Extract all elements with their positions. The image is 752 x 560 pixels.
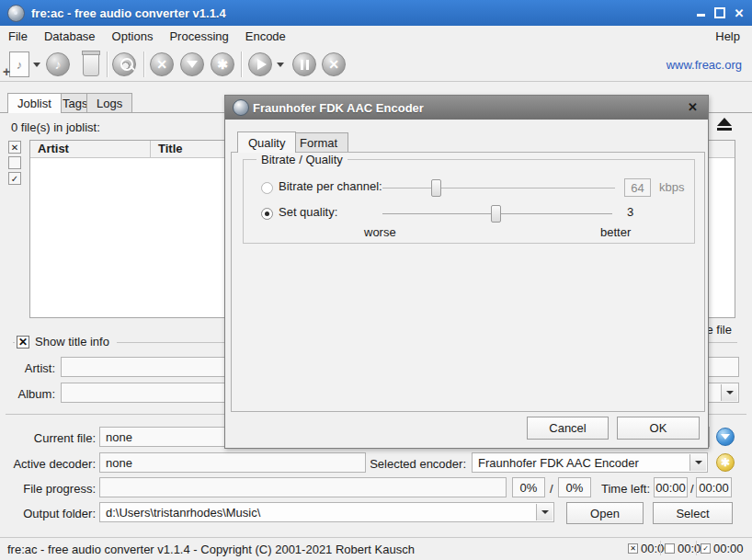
selected-encoder-combo[interactable]: Fraunhofer FDK AAC Encoder — [472, 452, 708, 473]
quality-label: Set quality: — [279, 205, 337, 219]
album-dropdown-icon[interactable] — [721, 384, 737, 401]
file-progress-label: File progress: — [4, 482, 96, 496]
time-left-file: 00:00 — [654, 477, 688, 497]
dialog-title: Fraunhofer FDK AAC Encoder — [253, 101, 424, 115]
encoder-dropdown-icon[interactable] — [689, 454, 706, 471]
scale-better-label: better — [600, 225, 631, 239]
menu-database[interactable]: Database — [36, 26, 104, 46]
menu-processing[interactable]: Processing — [161, 26, 236, 46]
menu-bar: File Database Options Processing Encode … — [0, 26, 752, 46]
general-settings-icon[interactable]: ✕ — [150, 52, 174, 76]
output-folder-label: Output folder: — [4, 507, 96, 520]
bitrate-label: Bitrate per channel: — [279, 179, 382, 193]
output-folder-combo[interactable]: d:\Users\tristanrhodes\Music\ — [99, 502, 554, 522]
window-title: fre:ac - free audio converter v1.1.4 — [31, 6, 226, 20]
manage-joblist-icon[interactable]: ♪ — [46, 52, 70, 76]
ok-button[interactable]: OK — [617, 417, 700, 440]
show-title-info-toggle[interactable]: ✕ Show title info — [15, 335, 117, 349]
status-text: fre:ac - free audio converter v1.1.4 - C… — [0, 543, 415, 556]
select-button[interactable]: Select — [653, 502, 733, 524]
joblist-count: 0 file(s) in joblist: — [11, 120, 100, 134]
freac-website-link[interactable]: www.freac.org — [667, 58, 742, 72]
tab-joblist[interactable]: Joblist — [7, 93, 62, 113]
select-none-button[interactable] — [8, 156, 21, 169]
close-button[interactable]: ✕ — [734, 7, 745, 18]
artist-label: Artist: — [4, 361, 55, 375]
tab-logs[interactable]: Logs — [86, 93, 132, 112]
start-encoding-dropdown-icon[interactable] — [277, 63, 284, 67]
encoder-settings-icon[interactable]: ✱ — [211, 52, 234, 76]
show-title-info-checkbox[interactable]: ✕ — [17, 336, 29, 349]
quality-slider-thumb[interactable] — [491, 205, 501, 223]
minimize-button[interactable] — [695, 7, 706, 18]
rip-cd-lookup-icon[interactable] — [112, 52, 136, 76]
eject-disc-icon[interactable] — [717, 118, 734, 134]
scale-worse-label: worse — [364, 225, 396, 239]
add-files-plus-icon: + — [3, 64, 10, 79]
quality-slider[interactable] — [382, 213, 612, 214]
empty-box-icon — [665, 543, 675, 554]
start-encoding-icon[interactable] — [248, 52, 272, 76]
menu-options[interactable]: Options — [104, 26, 162, 46]
add-files-dropdown-icon[interactable] — [33, 63, 40, 67]
active-decoder-label: Active decoder: — [4, 457, 96, 471]
bitrate-unit: kbps — [659, 180, 684, 194]
quality-radio[interactable] — [261, 208, 273, 220]
dialog-tab-quality[interactable]: Quality — [237, 131, 296, 153]
total-progress-percent: 0% — [558, 477, 591, 497]
maximize-button[interactable] — [714, 7, 725, 18]
encoder-config-icon[interactable]: ✱ — [716, 453, 735, 472]
bitrate-slider-thumb[interactable] — [431, 179, 441, 197]
status-time-selected: ✓ 00:00 — [701, 542, 744, 555]
group-title: Bitrate / Quality — [256, 153, 348, 166]
time-left-total: 00:00 — [696, 477, 732, 497]
check-box-icon: ✓ — [701, 543, 711, 554]
dialog-tab-format[interactable]: Format — [289, 132, 348, 153]
magnifier-icon — [120, 58, 133, 71]
encoder-config-dialog: Fraunhofer FDK AAC Encoder ✕ Quality For… — [224, 95, 709, 449]
selected-encoder-label: Selected encoder: — [368, 457, 466, 471]
pause-encoding-icon[interactable] — [292, 52, 316, 76]
file-progress-percent: 0% — [512, 477, 545, 497]
quality-value: 3 — [627, 205, 633, 219]
dialog-title-bar: Fraunhofer FDK AAC Encoder ✕ — [225, 96, 708, 120]
cancel-button[interactable]: Cancel — [527, 417, 609, 440]
dialog-logo-icon — [233, 99, 249, 116]
title-bar: fre:ac - free audio converter v1.1.4 ✕ — [0, 0, 752, 26]
bitrate-slider[interactable] — [382, 188, 615, 189]
stop-encoding-icon[interactable]: ✕ — [322, 52, 346, 76]
clear-joblist-icon[interactable] — [83, 53, 99, 76]
file-progress-bar — [99, 477, 507, 497]
time-left-label: Time left: — [598, 482, 650, 496]
freac-window: fre:ac - free audio converter v1.1.4 ✕ F… — [0, 0, 752, 560]
menu-encode[interactable]: Encode — [237, 26, 294, 46]
x-box-icon: ✕ — [628, 543, 638, 554]
menu-help[interactable]: Help — [707, 26, 748, 46]
toggle-selection-button[interactable]: ✓ — [8, 172, 21, 185]
current-file-label: Current file: — [4, 431, 96, 445]
open-button[interactable]: Open — [566, 502, 644, 524]
time-slash: / — [690, 482, 694, 496]
active-decoder-field: none — [99, 452, 366, 473]
bitrate-radio[interactable] — [261, 182, 273, 194]
select-all-button[interactable]: ✕ — [8, 141, 21, 154]
album-label: Album: — [4, 387, 55, 401]
partial-label-right: e file — [705, 323, 734, 337]
menu-file[interactable]: File — [0, 26, 36, 46]
processing-settings-icon[interactable] — [180, 52, 204, 76]
app-logo-icon — [7, 5, 25, 22]
progress-slash: / — [550, 482, 553, 496]
add-files-icon[interactable]: ♪ — [9, 51, 29, 77]
bitrate-value[interactable]: 64 — [624, 178, 651, 197]
column-artist[interactable]: Artist — [30, 141, 151, 157]
output-folder-dropdown-icon[interactable] — [536, 504, 553, 520]
dialog-close-button[interactable]: ✕ — [686, 100, 700, 114]
processing-config-icon[interactable] — [716, 428, 735, 446]
